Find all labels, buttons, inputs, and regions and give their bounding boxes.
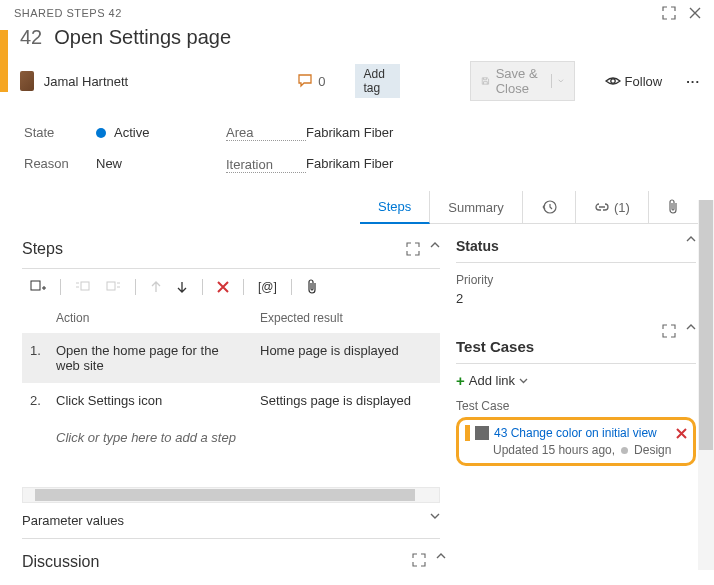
discussion-collapse-icon[interactable] [436,553,446,571]
parameter-values-title: Parameter values [22,513,124,528]
tc-collapse-icon[interactable] [686,324,696,355]
area-value[interactable]: Fabrikam Fiber [306,125,393,140]
test-case-state: Design [634,443,671,457]
priority-label: Priority [456,263,696,287]
svg-rect-2 [31,281,40,290]
links-count: (1) [614,200,630,215]
follow-button[interactable]: Follow [605,74,663,89]
save-close-button[interactable]: Save & Close [470,61,575,101]
avatar [20,71,34,91]
save-close-label: Save & Close [496,66,546,96]
step-action[interactable]: Open the home page for the web site [56,343,260,373]
discussion-title: Discussion [22,553,99,571]
plus-icon: + [456,372,465,389]
close-icon[interactable] [688,6,702,20]
priority-value[interactable]: 2 [456,287,696,306]
title-row: 42 Open Settings page [0,24,714,57]
horizontal-scrollbar[interactable] [22,487,440,503]
work-item-id: 42 [20,26,42,49]
test-cases-title: Test Cases [456,324,534,355]
tab-links[interactable]: (1) [576,191,649,223]
step-expected[interactable]: Home page is displayed [260,343,432,373]
tab-steps[interactable]: Steps [360,191,430,224]
chevron-down-icon [519,378,528,384]
move-down-icon[interactable] [176,280,188,294]
iteration-label: Iteration [226,157,306,173]
test-case-link[interactable]: 43 Change color on initial view [494,426,657,440]
reason-value[interactable]: New [96,156,226,171]
step-number: 2. [30,393,56,408]
collapse-icon[interactable] [430,242,440,256]
delete-step-icon[interactable] [217,281,229,293]
step-number: 1. [30,343,56,373]
discussion-count-value: 0 [318,74,325,89]
expand-icon[interactable] [406,242,420,256]
iteration-value[interactable]: Fabrikam Fiber [306,156,393,171]
step-row[interactable]: 1. Open the home page for the web site H… [22,333,440,383]
follow-label: Follow [625,74,663,89]
add-tag-button[interactable]: Add tag [355,64,399,98]
fullscreen-icon[interactable] [662,6,676,20]
work-item-title[interactable]: Open Settings page [54,26,231,49]
param-icon[interactable]: [@] [258,280,277,294]
tab-history[interactable] [523,191,576,223]
work-item-type: SHARED STEPS 42 [14,7,122,19]
remove-link-icon[interactable] [676,428,687,439]
insert-after-icon[interactable] [105,280,121,294]
test-case-label: Test Case [456,397,696,413]
state-dot-icon [96,128,106,138]
status-collapse-icon[interactable] [686,236,696,254]
assigned-to[interactable]: Jamal Hartnett [44,74,129,89]
state-label: State [24,125,96,140]
param-collapse-icon[interactable] [430,513,440,528]
col-action: Action [56,311,260,325]
tab-attachments[interactable] [649,191,697,223]
tab-summary[interactable]: Summary [430,191,523,223]
add-step-placeholder[interactable]: Click or type here to add a step [22,418,440,457]
svg-rect-3 [81,282,89,290]
step-row[interactable]: 2. Click Settings icon Settings page is … [22,383,440,418]
insert-before-icon[interactable] [75,280,91,294]
insert-step-icon[interactable] [30,280,46,294]
test-case-icon [475,426,489,440]
state-value[interactable]: Active [96,125,226,140]
add-link-label: Add link [469,373,515,388]
chevron-down-icon [558,78,564,84]
test-case-item[interactable]: 43 Change color on initial view Updated … [456,417,696,466]
tc-expand-icon[interactable] [662,324,676,355]
reason-label: Reason [24,156,96,171]
discussion-count[interactable]: 0 [298,74,325,89]
test-case-updated: Updated 15 hours ago, [493,443,615,457]
step-expected[interactable]: Settings page is displayed [260,393,432,408]
area-label: Area [226,125,306,141]
discussion-expand-icon[interactable] [412,553,426,571]
move-up-icon[interactable] [150,280,162,294]
col-expected: Expected result [260,311,343,325]
status-title: Status [456,236,499,254]
tc-color-bar [465,425,470,441]
state-dot-icon [621,447,628,454]
vertical-scrollbar[interactable] [698,200,714,570]
svg-point-0 [610,79,614,83]
more-menu-icon[interactable]: ··· [686,74,700,89]
steps-title: Steps [22,240,63,258]
add-link-button[interactable]: + Add link [456,364,696,397]
attach-icon[interactable] [306,279,318,295]
step-action[interactable]: Click Settings icon [56,393,260,408]
svg-rect-4 [107,282,115,290]
